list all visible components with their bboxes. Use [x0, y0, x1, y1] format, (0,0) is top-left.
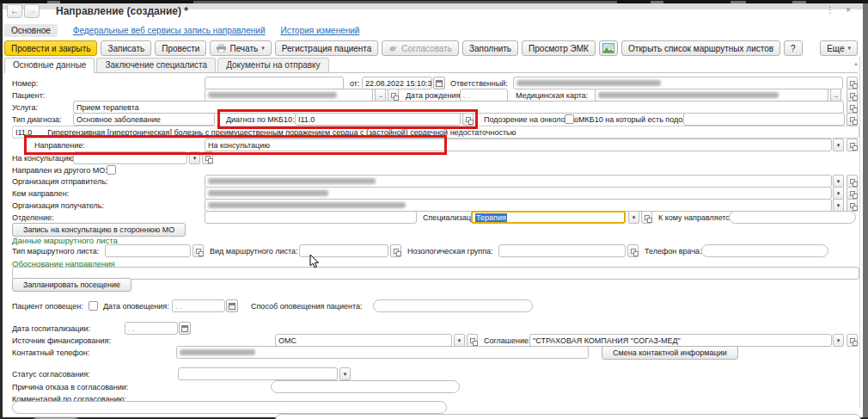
- link-open-icon[interactable]: [847, 199, 858, 212]
- notify-date-value: . .: [175, 302, 182, 311]
- choose-icon[interactable]: ...: [830, 89, 841, 102]
- doctor-phone-input[interactable]: [701, 244, 828, 257]
- service-input[interactable]: Прием терапевта: [73, 101, 844, 114]
- diagnosis-code: I11.0: [15, 128, 32, 137]
- dropdown-icon[interactable]: ▾: [833, 334, 844, 347]
- agreement-value: "СТРАХОВАЯ КОМПАНИЯ "СОГАЗ-МЕД": [533, 336, 681, 345]
- form-body: Номер: от: 22.08.2022 15:10:38 Ответстве…: [0, 0, 868, 419]
- calendar-icon[interactable]: [179, 322, 191, 335]
- diag-type-input[interactable]: Основное заболевание: [73, 113, 215, 126]
- funding-input[interactable]: ОМС: [275, 334, 452, 347]
- patient-notified-checkbox[interactable]: [89, 301, 98, 311]
- patient-label: Пациент:: [12, 91, 45, 100]
- birth-date-input[interactable]: . .: [460, 89, 508, 102]
- link-open-icon[interactable]: [847, 113, 858, 126]
- date-from-input[interactable]: 22.08.2022 15:10:38: [362, 77, 432, 89]
- to-whom-input[interactable]: [729, 211, 856, 224]
- number-input[interactable]: [205, 77, 344, 89]
- redacted-value: [517, 80, 661, 86]
- service-label: Услуга:: [12, 103, 38, 112]
- choose-icon[interactable]: ...: [375, 89, 386, 102]
- approval-status-input[interactable]: [178, 367, 338, 380]
- dropdown-icon[interactable]: ▾: [454, 334, 465, 347]
- row-diagnosis-description: I11.0 Гипертензивная [гипертоническая] б…: [0, 126, 868, 139]
- hosp-date-label: Дата госпитализации:: [12, 324, 90, 333]
- row-clipped-bottom: [0, 414, 868, 419]
- mkb10-suspicion-input[interactable]: [683, 113, 845, 126]
- change-contact-button[interactable]: Смена контактной информации: [602, 346, 738, 360]
- napravlenie-value: На консультацию: [208, 141, 270, 150]
- mkb10-input[interactable]: I11.0: [295, 113, 461, 126]
- dropdown-icon[interactable]: ▾: [833, 139, 844, 151]
- from-other-mo-label: Направлен из другого МО:: [12, 166, 107, 175]
- dropdown-icon[interactable]: ▾: [628, 211, 639, 224]
- org-receiver-input[interactable]: [205, 199, 832, 212]
- doctor-phone-label: Телефон врача:: [645, 247, 702, 256]
- row-plan-visit: Запланировать посещение: [0, 278, 868, 292]
- link-open-icon[interactable]: [193, 244, 204, 257]
- diag-type-label: Тип диагноза:: [12, 115, 62, 124]
- clipped-input[interactable]: [275, 414, 861, 419]
- redacted-value: [208, 92, 337, 98]
- number-label: Номер:: [12, 79, 38, 88]
- contact-phone-label: Контактный телефон:: [12, 348, 89, 357]
- refusal-reason-input[interactable]: [271, 380, 460, 393]
- noso-group-input[interactable]: [498, 244, 626, 257]
- kem-napravlen-input[interactable]: [205, 187, 832, 200]
- link-open-icon[interactable]: [847, 139, 858, 151]
- dropdown-icon[interactable]: ▾: [189, 151, 200, 164]
- link-open-icon[interactable]: [847, 77, 858, 89]
- link-open-icon[interactable]: [388, 89, 399, 102]
- org-sender-input[interactable]: [205, 175, 832, 188]
- dropdown-icon[interactable]: ▾: [339, 367, 351, 380]
- redacted-value: [598, 92, 779, 98]
- org-receiver-label: Организация получатель:: [12, 201, 104, 210]
- birth-date-label: Дата рождения:: [406, 91, 462, 100]
- link-open-icon[interactable]: [847, 175, 858, 188]
- mkb10-label: Диагноз по МКБ10:: [226, 115, 294, 124]
- link-open-icon[interactable]: [467, 334, 478, 347]
- plan-visit-button[interactable]: Запланировать посещение: [12, 278, 131, 292]
- calendar-icon[interactable]: [433, 77, 445, 89]
- contact-phone-input[interactable]: [176, 346, 589, 359]
- row-diagnosis: Тип диагноза: Основное заболевание Диагн…: [0, 113, 868, 126]
- diagnosis-text: Гипертензивная [гипертоническая] болезнь…: [47, 128, 516, 137]
- link-open-icon[interactable]: [641, 211, 652, 224]
- specialization-input[interactable]: Терапия: [471, 211, 626, 224]
- hosp-date-value: . .: [128, 324, 135, 333]
- patient-notified-label: Пациент оповещен:: [12, 302, 83, 311]
- link-open-icon[interactable]: [627, 244, 639, 257]
- link-open-icon[interactable]: [847, 187, 858, 200]
- noso-group-label: Нозологическая группа:: [407, 247, 493, 256]
- notify-date-input[interactable]: . .: [172, 299, 225, 312]
- department-input[interactable]: [205, 211, 417, 224]
- link-open-icon[interactable]: [847, 334, 858, 347]
- link-open-icon[interactable]: [390, 244, 401, 257]
- diag-type-value: Основное заболевание: [76, 115, 161, 124]
- med-card-input[interactable]: [595, 89, 828, 102]
- mouse-cursor: [309, 254, 320, 269]
- dropdown-icon[interactable]: ▾: [833, 199, 844, 212]
- route-type-input[interactable]: [105, 244, 191, 257]
- hosp-date-input[interactable]: . .: [125, 322, 178, 335]
- responsible-input[interactable]: [513, 77, 843, 89]
- notify-method-input[interactable]: [373, 299, 533, 312]
- patient-input[interactable]: [205, 89, 373, 102]
- redacted-value: [208, 202, 406, 208]
- dropdown-icon[interactable]: ▾: [833, 187, 844, 200]
- agreement-input[interactable]: "СТРАХОВАЯ КОМПАНИЯ "СОГАЗ-МЕД": [529, 334, 832, 347]
- na-konsultaciyu-input[interactable]: [73, 151, 187, 164]
- calendar-icon[interactable]: [226, 299, 238, 312]
- link-open-icon[interactable]: [847, 89, 858, 102]
- from-other-mo-checkbox[interactable]: [107, 165, 116, 175]
- na-konsultaciyu-label: На консультацию:: [12, 154, 76, 163]
- napravlenie-input[interactable]: На консультацию: [205, 139, 832, 151]
- route-type-label: Тип маршрутного листа:: [12, 247, 99, 256]
- dropdown-icon[interactable]: ▾: [833, 175, 844, 188]
- link-open-icon[interactable]: [462, 113, 474, 126]
- notify-date-label: Дата оповещения:: [103, 302, 169, 311]
- link-open-icon[interactable]: [202, 151, 213, 164]
- link-open-icon[interactable]: [847, 101, 858, 114]
- onco-suspicion-checkbox[interactable]: [565, 114, 574, 124]
- approval-comment-input[interactable]: [12, 401, 447, 414]
